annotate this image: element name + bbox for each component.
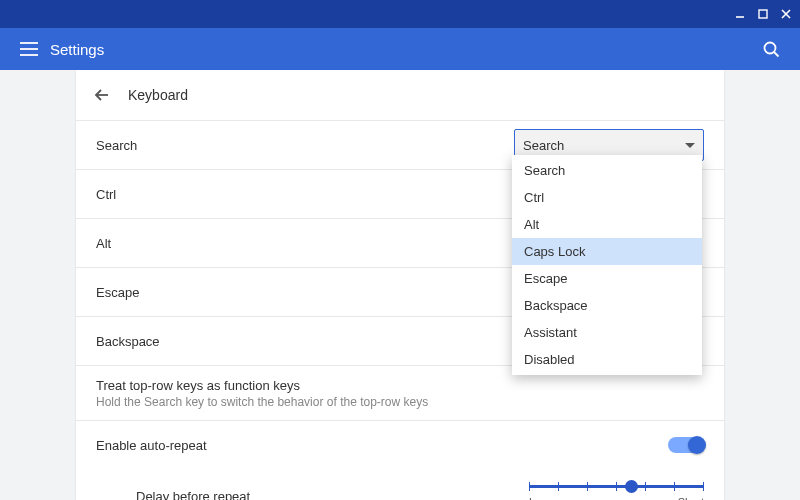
row-label: Search <box>96 138 137 153</box>
auto-repeat-row: Enable auto-repeat <box>76 420 724 469</box>
row-label: Escape <box>96 285 139 300</box>
dropdown-option[interactable]: Search <box>512 157 702 184</box>
row-label: Backspace <box>96 334 160 349</box>
auto-repeat-toggle[interactable] <box>668 437 704 453</box>
appbar-title: Settings <box>50 41 104 58</box>
svg-point-7 <box>764 42 775 53</box>
page-title: Keyboard <box>128 87 188 103</box>
slider-thumb[interactable] <box>625 480 638 493</box>
delay-before-repeat-row: Delay before repeat Long Short <box>76 469 724 500</box>
row-label: Enable auto-repeat <box>96 438 207 453</box>
dropdown-option[interactable]: Caps Lock <box>512 238 702 265</box>
search-icon[interactable] <box>756 34 786 64</box>
dropdown-option[interactable]: Alt <box>512 211 702 238</box>
dropdown-option[interactable]: Disabled <box>512 346 702 373</box>
svg-rect-1 <box>759 10 767 18</box>
row-label: Delay before repeat <box>136 489 250 501</box>
slider-min-label: Long <box>529 496 553 501</box>
svg-line-8 <box>774 52 779 57</box>
menu-icon[interactable] <box>14 34 44 64</box>
minimize-button[interactable] <box>728 3 751 26</box>
dropdown-option[interactable]: Backspace <box>512 292 702 319</box>
chevron-down-icon <box>685 143 695 148</box>
dropdown-selected: Search <box>523 138 564 153</box>
panel-header: Keyboard <box>76 70 724 120</box>
app-bar: Settings <box>0 28 800 70</box>
delay-slider[interactable] <box>529 485 704 488</box>
dropdown-option[interactable]: Ctrl <box>512 184 702 211</box>
back-arrow-icon[interactable] <box>86 79 118 111</box>
dropdown-menu: SearchCtrlAltCaps LockEscapeBackspaceAss… <box>512 155 702 375</box>
maximize-button[interactable] <box>751 3 774 26</box>
dropdown-option[interactable]: Escape <box>512 265 702 292</box>
row-label: Ctrl <box>96 187 116 202</box>
dropdown-option[interactable]: Assistant <box>512 319 702 346</box>
close-button[interactable] <box>774 3 797 26</box>
row-label: Treat top-row keys as function keys <box>96 378 300 393</box>
row-sublabel: Hold the Search key to switch the behavi… <box>96 395 428 409</box>
slider-max-label: Short <box>678 496 704 501</box>
settings-panel: Keyboard Search Search Ctrl Alt Escape B… <box>76 70 724 500</box>
window-titlebar <box>0 0 800 28</box>
row-label: Alt <box>96 236 111 251</box>
